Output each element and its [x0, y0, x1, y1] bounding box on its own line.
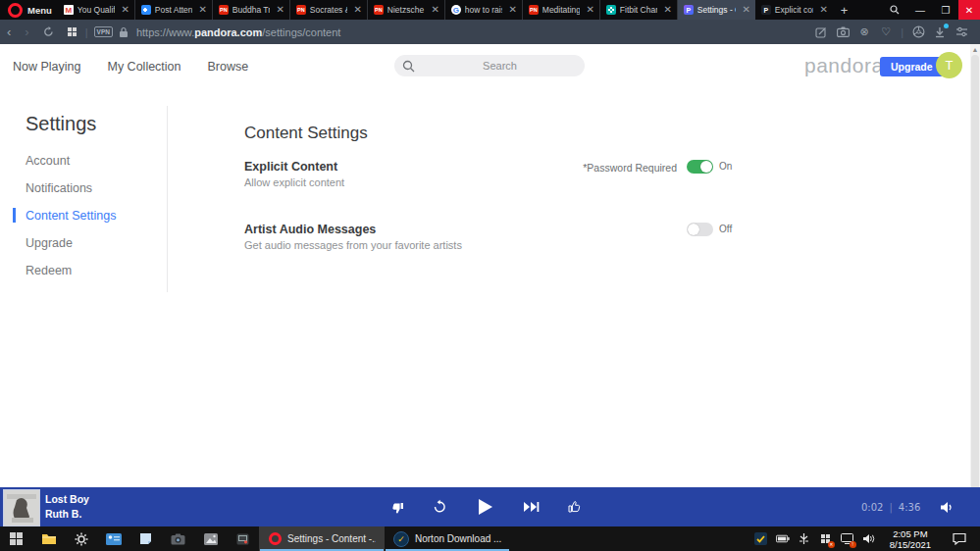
nav-browse[interactable]: Browse [208, 60, 249, 74]
lock-icon[interactable] [119, 26, 129, 38]
time-display: 0:02 | 4:36 [861, 487, 920, 526]
sidebar-wheel-icon[interactable] [909, 24, 927, 41]
browser-tab[interactable]: Fitbit Charge ✕ [600, 0, 678, 20]
browser-tab[interactable]: PN Buddha Trave ✕ [213, 0, 290, 20]
alert-badge: ! [850, 541, 856, 548]
minimize-button[interactable]: — [907, 0, 933, 20]
taskbar-start-icon[interactable] [0, 526, 32, 551]
tray-security-alert-icon[interactable]: ✕ [819, 532, 833, 546]
page-scrollbar[interactable]: ▲ ▼ [970, 44, 980, 526]
downloads-icon[interactable] [931, 24, 949, 41]
sidebar-item-upgrade[interactable]: Upgrade [0, 229, 167, 257]
tab-close-icon[interactable]: ✕ [429, 5, 440, 15]
action-center-icon[interactable] [945, 532, 974, 545]
tab-close-icon[interactable]: ✕ [351, 5, 363, 15]
browser-tab[interactable]: G how to raise ✕ [445, 0, 523, 20]
play-button[interactable] [475, 487, 496, 526]
toggle-state-label: Off [719, 224, 732, 234]
browser-tab[interactable]: PN Nietzsche an ✕ [368, 0, 445, 20]
taskbar-camera-icon[interactable] [162, 526, 194, 551]
tab-tiles-icon[interactable] [61, 27, 83, 36]
tab-close-icon[interactable]: ✕ [196, 5, 208, 15]
sidebar-item-content-settings[interactable]: Content Settings [0, 202, 167, 229]
scrollbar-thumb[interactable] [971, 55, 979, 516]
sidebar-item-notifications[interactable]: Notifications [0, 175, 167, 202]
album-art[interactable] [3, 489, 40, 526]
browser-tab[interactable]: PN Socrates & Z ✕ [290, 0, 368, 20]
tab-close-icon[interactable]: ✕ [506, 5, 518, 15]
browser-tab[interactable]: M You Qualify f ✕ [58, 0, 135, 20]
tray-battery-icon[interactable] [776, 532, 790, 546]
tray-norton-icon[interactable] [754, 532, 768, 546]
pn-favicon: PN [296, 5, 306, 15]
pn-favicon: PN [529, 5, 539, 15]
forward-icon[interactable]: › [18, 20, 35, 44]
pn-favicon: PN [219, 5, 229, 15]
bookmark-heart-icon[interactable]: ♡ [877, 24, 895, 41]
tray-audio-device-icon[interactable] [798, 532, 811, 546]
url-text[interactable]: https://www.pandora.com/settings/content [136, 26, 340, 38]
browser-tab[interactable]: Post Attende ✕ [135, 0, 213, 20]
opera-app-icon [268, 532, 282, 546]
thumbs-down-button[interactable] [387, 487, 406, 526]
pandora-logo[interactable]: pandora [804, 54, 884, 77]
alert-badge: ✕ [828, 541, 835, 548]
tab-close-icon[interactable]: ✕ [119, 5, 130, 15]
tab-close-icon[interactable]: ✕ [584, 5, 595, 15]
taskbar-settings-gear-icon[interactable] [65, 526, 97, 551]
tab-title: Nietzsche an [387, 5, 426, 15]
tab-title: Post Attende [155, 5, 193, 15]
restore-button[interactable]: ❐ [933, 0, 958, 20]
tab-close-icon[interactable]: ✕ [661, 5, 673, 15]
sidebar-item-account[interactable]: Account [0, 147, 167, 175]
skip-button[interactable] [520, 487, 542, 526]
divider: | [83, 26, 90, 38]
vpn-badge[interactable]: VPN [94, 26, 113, 37]
settings-tune-icon[interactable] [953, 24, 970, 41]
taskbar-file-explorer-icon[interactable] [32, 526, 65, 551]
tab-close-icon[interactable]: ✕ [274, 5, 285, 15]
nav-now-playing[interactable]: Now Playing [13, 60, 80, 74]
sidebar-item-redeem[interactable]: Redeem [0, 257, 167, 284]
thumbs-up-button[interactable] [565, 487, 585, 526]
tab-close-icon[interactable]: ✕ [740, 5, 751, 15]
track-title: Lost Boy [45, 493, 89, 505]
new-tab-button[interactable]: + [833, 3, 856, 18]
taskbar-app-opera[interactable]: Settings - Content -... [259, 526, 385, 551]
setting-row: Artist Audio Messages Get audio messages… [244, 223, 735, 251]
opera-menu-button[interactable]: Menu [0, 0, 58, 20]
reload-icon[interactable] [36, 26, 61, 37]
upgrade-button[interactable]: Upgrade [880, 57, 944, 76]
avatar[interactable]: T [936, 52, 962, 78]
page-title: Content Settings [244, 124, 368, 143]
nav-my-collection[interactable]: My Collection [107, 60, 181, 74]
taskbar-photos-card-icon[interactable] [97, 526, 129, 551]
back-icon[interactable]: ‹ [0, 20, 18, 44]
browser-tab[interactable]: PN Meditating w ✕ [523, 0, 600, 20]
divider: | [899, 26, 905, 38]
taskbar-snip-icon[interactable] [227, 526, 259, 551]
volume-button[interactable] [934, 487, 959, 526]
taskbar-gallery-icon[interactable] [194, 526, 227, 551]
tab-title: Settings - Co [697, 5, 737, 15]
tab-search-icon[interactable] [882, 0, 907, 20]
tray-display-alert-icon[interactable]: ! [841, 532, 854, 546]
snapshot-icon[interactable] [812, 24, 830, 41]
track-info[interactable]: Lost Boy Ruth B. [45, 493, 89, 520]
taskbar-app-norton[interactable]: ✓ Norton Download ... [385, 526, 510, 551]
close-button[interactable]: ✕ [958, 0, 980, 20]
blocker-icon[interactable]: ⊗ [855, 24, 873, 41]
tab-title: Fitbit Charge [620, 5, 658, 15]
search-input[interactable]: Search [394, 55, 585, 76]
capture-camera-icon[interactable] [834, 24, 851, 41]
tab-close-icon[interactable]: ✕ [817, 5, 829, 15]
tray-volume-icon[interactable] [862, 532, 876, 546]
replay-button[interactable] [430, 487, 449, 526]
taskbar-sticky-notes-icon[interactable] [129, 526, 162, 551]
scroll-up-icon[interactable]: ▲ [970, 44, 980, 55]
taskbar-clock[interactable]: 2:05 PM 8/15/2021 [884, 528, 937, 550]
browser-tab[interactable]: P Settings - Co ✕ [678, 0, 755, 20]
browser-tab[interactable]: P Explicit conte ✕ [755, 0, 833, 20]
setting-toggle[interactable] [687, 223, 713, 236]
setting-toggle[interactable] [687, 160, 713, 174]
